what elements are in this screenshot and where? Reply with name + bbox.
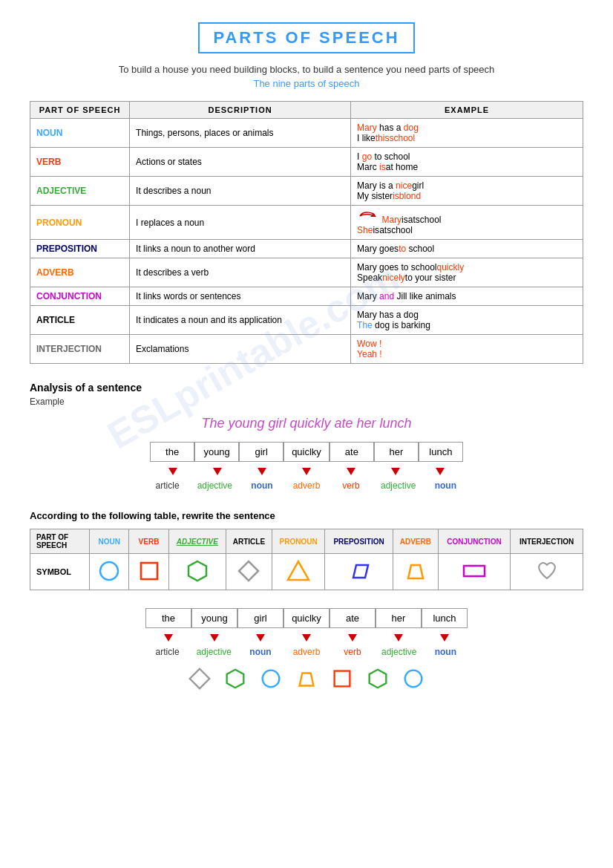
- svg-point-11: [263, 670, 280, 688]
- arrow-ate: [329, 465, 373, 479]
- b-label-adverb: adverb: [283, 645, 330, 659]
- pos-adjective: ADJECTIVE: [30, 177, 130, 206]
- table-row-preposition: PREPOSITION It links a noun to another w…: [30, 240, 583, 258]
- analysis-labels: article adjective noun adverb verb adjec…: [30, 479, 583, 492]
- svg-marker-10: [227, 670, 244, 688]
- b-sym-hexagon2: [365, 666, 390, 691]
- svg-marker-9: [190, 669, 209, 688]
- pos-preposition: PREPOSITION: [30, 240, 130, 258]
- word-box-ate: ate: [330, 442, 374, 462]
- bottom-symbols: [30, 666, 583, 691]
- b-sym-hexagon1: [223, 666, 248, 691]
- svg-marker-3: [189, 561, 206, 581]
- example-pronoun: Maryisatschool Sheisatschool: [351, 206, 583, 240]
- b-arrow-lunch: [422, 631, 468, 645]
- table-row-interjection: INTERJECTION Exclamations Wow ! Yeah !: [30, 335, 583, 364]
- svg-rect-2: [141, 563, 157, 579]
- table-row-adjective: ADJECTIVE It describes a noun Mary is a …: [30, 177, 583, 206]
- bottom-word-girl: girl: [237, 608, 283, 628]
- arrow-girl: [240, 465, 284, 479]
- word-box-her: her: [374, 442, 419, 462]
- pos-noun: NOUN: [30, 119, 130, 148]
- bottom-word-lunch: lunch: [422, 608, 468, 628]
- arrow-quiclky: [284, 465, 329, 479]
- word-box-the: the: [150, 442, 194, 462]
- b-label-adjective1: adjective: [191, 645, 237, 659]
- page-title-box: PARTS OF SPEECH: [198, 22, 414, 53]
- pos-interjection: INTERJECTION: [30, 335, 130, 364]
- label-article: article: [145, 479, 190, 492]
- symbol-verb: [129, 554, 168, 590]
- table-header-pos: PART OF SPEECH: [30, 102, 130, 119]
- table-row-conjunction: CONJUNCTION It links words or sentences …: [30, 287, 583, 306]
- arrow-her: [373, 465, 418, 479]
- b-arrow-the: [145, 631, 191, 645]
- example-article: Mary has a dog The dog is barking: [351, 306, 583, 335]
- b-arrow-her: [376, 631, 422, 645]
- label-noun2: noun: [423, 479, 468, 492]
- b-label-article: article: [145, 645, 191, 659]
- analysis-example-label: Example: [30, 397, 583, 407]
- example-preposition: Mary goesto school: [351, 240, 583, 258]
- desc-pronoun: I replaces a noun: [130, 206, 351, 240]
- symbol-noun: [90, 554, 129, 590]
- bottom-word-the: the: [145, 608, 191, 628]
- page-title: PARTS OF SPEECH: [213, 28, 399, 47]
- symbol-interjection: [511, 554, 583, 590]
- desc-interjection: Exclamations: [130, 335, 351, 364]
- analysis-arrows: [30, 465, 583, 479]
- pos-conjunction: CONJUNCTION: [30, 287, 130, 306]
- pos-adverb: ADVERB: [30, 258, 130, 287]
- symbol-header-pos: PART OFSPEECH: [30, 529, 90, 554]
- svg-rect-8: [464, 566, 485, 576]
- symbol-header-adverb: ADVERB: [393, 529, 438, 554]
- svg-marker-7: [408, 565, 423, 578]
- symbol-header-noun: NOUN: [90, 529, 129, 554]
- desc-conjunction: It links words or sentences: [130, 287, 351, 306]
- label-adjective2: adjective: [373, 479, 423, 492]
- word-boxes: the young girl quiclky ate her lunch: [30, 442, 583, 462]
- svg-marker-4: [239, 561, 258, 581]
- b-label-noun1: noun: [237, 645, 283, 659]
- svg-marker-14: [370, 670, 387, 688]
- word-box-young: young: [194, 442, 239, 462]
- symbol-header-adj: ADJECTIVE: [168, 529, 226, 554]
- word-box-girl: girl: [239, 442, 283, 462]
- table-header-example: EXAMPLE: [351, 102, 583, 119]
- symbol-header-conj: CONJUNCTION: [438, 529, 511, 554]
- label-noun1: noun: [240, 479, 284, 492]
- b-sym-circle2: [401, 666, 426, 691]
- symbol-header-article: ARTICLE: [226, 529, 272, 554]
- bottom-word-young: young: [191, 608, 237, 628]
- symbol-conjunction: [438, 554, 511, 590]
- desc-adjective: It describes a noun: [130, 177, 351, 206]
- symbol-row-label: SYMBOL: [30, 554, 90, 590]
- subtitle2: The nine parts of speech: [30, 78, 583, 89]
- svg-marker-12: [300, 673, 314, 685]
- table-row-noun: NOUN Things, persons, places or animals …: [30, 119, 583, 148]
- table-header-desc: DESCRIPTION: [130, 102, 351, 119]
- example-verb: I go to school Marc isat home: [351, 148, 583, 177]
- example-conjunction: Mary and Jill like animals: [351, 287, 583, 306]
- symbol-header-inter: INTERJECTION: [511, 529, 583, 554]
- b-sym-circle1: [258, 666, 283, 691]
- desc-article: It indicates a noun and its application: [130, 306, 351, 335]
- pos-pronoun: PRONOUN: [30, 206, 130, 240]
- subtitle: To build a house you need building block…: [30, 64, 583, 75]
- bottom-word-quiclky: quiclky: [283, 608, 330, 628]
- analysis-title: Analysis of a sentence: [30, 382, 583, 394]
- arrow-lunch: [418, 465, 462, 479]
- svg-point-15: [405, 670, 422, 688]
- symbol-header-pronoun: PRONOUN: [272, 529, 324, 554]
- symbol-adjective: [168, 554, 226, 590]
- svg-marker-6: [353, 565, 368, 578]
- symbol-pronoun: [272, 554, 324, 590]
- sentence-display: The young girl quickly ate her lunch: [30, 416, 583, 431]
- desc-verb: Actions or states: [130, 148, 351, 177]
- arrow-young: [195, 465, 240, 479]
- symbol-article: [226, 554, 272, 590]
- b-label-verb: verb: [330, 645, 376, 659]
- bottom-labels: article adjective noun adverb verb adjec…: [30, 645, 583, 659]
- b-arrow-quiclky: [283, 631, 330, 645]
- pos-verb: VERB: [30, 148, 130, 177]
